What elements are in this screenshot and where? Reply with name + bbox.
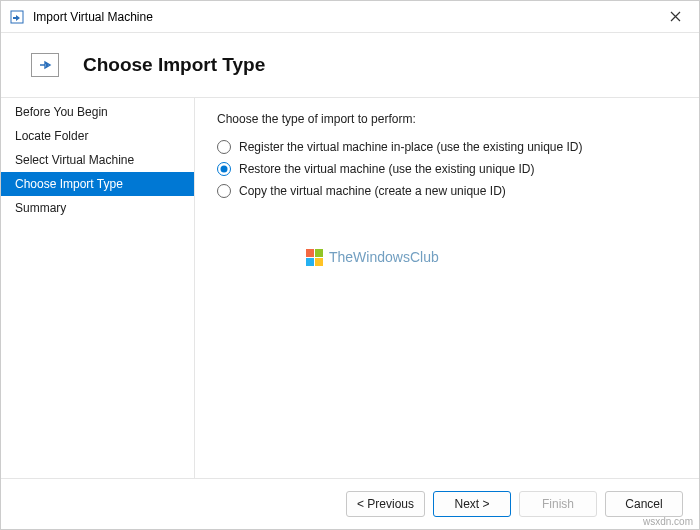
finish-button: Finish — [519, 491, 597, 517]
wizard-footer: < Previous Next > Finish Cancel — [1, 478, 699, 529]
cancel-button[interactable]: Cancel — [605, 491, 683, 517]
sidebar-item-select-vm[interactable]: Select Virtual Machine — [1, 148, 194, 172]
windows-logo-icon — [305, 248, 323, 266]
source-label: wsxdn.com — [643, 516, 693, 527]
sidebar-item-label: Choose Import Type — [15, 177, 123, 191]
sidebar-item-summary[interactable]: Summary — [1, 196, 194, 220]
next-button[interactable]: Next > — [433, 491, 511, 517]
option-copy-vm[interactable]: Copy the virtual machine (create a new u… — [217, 184, 677, 198]
page-title: Choose Import Type — [83, 54, 265, 76]
content-area: Choose the type of import to perform: Re… — [195, 98, 699, 478]
option-register-in-place[interactable]: Register the virtual machine in-place (u… — [217, 140, 677, 154]
radio-icon — [217, 140, 231, 154]
option-restore-vm[interactable]: Restore the virtual machine (use the exi… — [217, 162, 677, 176]
sidebar-item-locate-folder[interactable]: Locate Folder — [1, 124, 194, 148]
watermark-text: TheWindowsClub — [329, 249, 439, 265]
previous-button[interactable]: < Previous — [346, 491, 425, 517]
radio-icon — [217, 162, 231, 176]
titlebar: Import Virtual Machine — [1, 1, 699, 33]
app-icon — [9, 9, 25, 25]
sidebar-item-before-you-begin[interactable]: Before You Begin — [1, 100, 194, 124]
sidebar-item-label: Select Virtual Machine — [15, 153, 134, 167]
watermark: TheWindowsClub — [305, 248, 439, 266]
option-label: Register the virtual machine in-place (u… — [239, 140, 583, 154]
wizard-header: Choose Import Type — [1, 33, 699, 97]
import-icon — [31, 53, 59, 77]
sidebar-item-choose-import-type[interactable]: Choose Import Type — [1, 172, 194, 196]
window-title: Import Virtual Machine — [33, 10, 659, 24]
wizard-window: Import Virtual Machine Choose Import Typ… — [0, 0, 700, 530]
radio-icon — [217, 184, 231, 198]
close-button[interactable] — [659, 3, 691, 31]
option-label: Restore the virtual machine (use the exi… — [239, 162, 534, 176]
option-label: Copy the virtual machine (create a new u… — [239, 184, 506, 198]
content-prompt: Choose the type of import to perform: — [217, 112, 677, 126]
wizard-body: Before You Begin Locate Folder Select Vi… — [1, 97, 699, 478]
sidebar-item-label: Before You Begin — [15, 105, 108, 119]
sidebar-item-label: Locate Folder — [15, 129, 88, 143]
step-sidebar: Before You Begin Locate Folder Select Vi… — [1, 98, 195, 478]
sidebar-item-label: Summary — [15, 201, 66, 215]
